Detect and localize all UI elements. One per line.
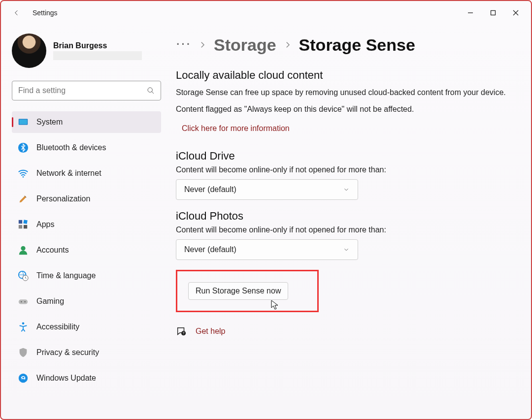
icloud-drive-dropdown[interactable]: Never (default): [176, 179, 358, 200]
svg-rect-12: [19, 225, 22, 228]
profile[interactable]: Brian Burgess: [12, 33, 161, 68]
svg-rect-10: [19, 220, 22, 224]
nav-item-label: Privacy & security: [36, 348, 99, 357]
annotation-highlight: Run Storage Sense now: [176, 270, 319, 312]
icloud-photos-desc: Content will become online-only if not o…: [176, 226, 515, 234]
bluetooth-icon: [18, 142, 29, 153]
close-button[interactable]: [504, 5, 527, 21]
svg-point-4: [148, 88, 152, 92]
nav-item-label: Accounts: [36, 246, 69, 255]
breadcrumb-more[interactable]: ···: [176, 34, 191, 55]
system-icon: [18, 117, 29, 128]
breadcrumb: ··· Storage Storage Sense: [176, 34, 515, 55]
nav-item-label: Apps: [36, 220, 54, 229]
svg-point-14: [21, 246, 25, 251]
breadcrumb-current: Storage Sense: [299, 35, 415, 55]
sidebar: Brian Burgess System: [1, 25, 166, 419]
nav-item-accessibility[interactable]: Accessibility: [12, 316, 161, 338]
svg-point-21: [19, 374, 28, 383]
nav: System Bluetooth & devices Network & int…: [12, 111, 161, 389]
nav-item-label: Time & language: [36, 271, 96, 280]
chevron-right-icon: [283, 40, 292, 49]
window-controls: [459, 5, 527, 21]
nav-item-network[interactable]: Network & internet: [12, 162, 161, 184]
minimize-button[interactable]: [459, 5, 482, 21]
nav-item-update[interactable]: Windows Update: [12, 367, 161, 389]
run-storage-sense-button[interactable]: Run Storage Sense now: [188, 282, 288, 300]
help-icon: ?: [176, 326, 187, 337]
svg-rect-11: [23, 220, 27, 224]
svg-point-19: [24, 301, 25, 302]
nav-item-system[interactable]: System: [12, 111, 161, 133]
shield-icon: [18, 347, 29, 358]
gamepad-icon: [18, 296, 29, 307]
back-button[interactable]: [7, 3, 27, 23]
nav-item-bluetooth[interactable]: Bluetooth & devices: [12, 137, 161, 159]
cursor-icon: [271, 300, 279, 311]
icloud-drive-title: iCloud Drive: [176, 150, 515, 162]
titlebar: Settings: [1, 1, 531, 25]
svg-point-20: [22, 322, 25, 324]
profile-email-redacted: [53, 51, 142, 60]
accessibility-icon: [18, 322, 29, 332]
nav-item-label: Network & internet: [36, 169, 101, 178]
icloud-photos-dropdown[interactable]: Never (default): [176, 239, 358, 260]
search-icon: [147, 87, 155, 95]
chevron-down-icon: [343, 186, 350, 193]
apps-icon: [18, 219, 29, 230]
svg-rect-13: [24, 225, 27, 228]
nav-item-label: Personalization: [36, 194, 90, 203]
search-input[interactable]: [18, 86, 147, 95]
nav-item-apps[interactable]: Apps: [12, 214, 161, 235]
nav-item-label: Windows Update: [36, 374, 96, 383]
wifi-icon: [18, 168, 29, 179]
icloud-drive-desc: Content will become online-only if not o…: [176, 165, 515, 174]
cloud-content-title: Locally available cloud content: [176, 69, 515, 82]
nav-item-personalization[interactable]: Personalization: [12, 188, 161, 210]
nav-item-gaming[interactable]: Gaming: [12, 291, 161, 312]
content: ··· Storage Storage Sense Locally availa…: [166, 25, 531, 419]
nav-item-label: Gaming: [36, 297, 64, 306]
get-help-link[interactable]: Get help: [196, 327, 225, 336]
update-icon: [18, 373, 29, 384]
nav-item-accounts[interactable]: Accounts: [12, 239, 161, 261]
chevron-right-icon: [198, 40, 207, 49]
profile-name: Brian Burgess: [53, 41, 142, 50]
cloud-content-desc1: Storage Sense can free up space by remov…: [176, 87, 515, 98]
more-info-link[interactable]: Click here for more information: [182, 124, 290, 133]
maximize-button[interactable]: [482, 5, 504, 21]
nav-item-label: Accessibility: [36, 323, 79, 331]
svg-point-9: [23, 176, 24, 178]
svg-point-18: [21, 301, 22, 302]
svg-text:?: ?: [183, 331, 185, 335]
settings-window: Settings Brian Burgess: [0, 0, 532, 420]
nav-item-privacy[interactable]: Privacy & security: [12, 342, 161, 363]
nav-item-time-language[interactable]: Time & language: [12, 265, 161, 287]
nav-item-label: System: [36, 118, 63, 127]
brush-icon: [18, 194, 29, 204]
app-title: Settings: [33, 9, 58, 17]
svg-rect-7: [19, 120, 28, 125]
svg-rect-1: [491, 11, 496, 15]
search-box[interactable]: [12, 81, 161, 100]
person-icon: [18, 245, 29, 256]
breadcrumb-storage[interactable]: Storage: [214, 35, 276, 55]
nav-item-label: Bluetooth & devices: [36, 143, 106, 152]
help-row: ? Get help: [176, 326, 515, 337]
dropdown-value: Never (default): [184, 245, 236, 254]
dropdown-value: Never (default): [184, 185, 236, 194]
svg-rect-17: [19, 299, 28, 304]
chevron-down-icon: [343, 246, 350, 253]
svg-line-5: [152, 92, 154, 94]
cloud-content-desc2: Content flagged as "Always keep on this …: [176, 103, 515, 115]
icloud-photos-title: iCloud Photos: [176, 210, 515, 223]
avatar: [12, 33, 46, 68]
globe-clock-icon: [18, 270, 29, 281]
